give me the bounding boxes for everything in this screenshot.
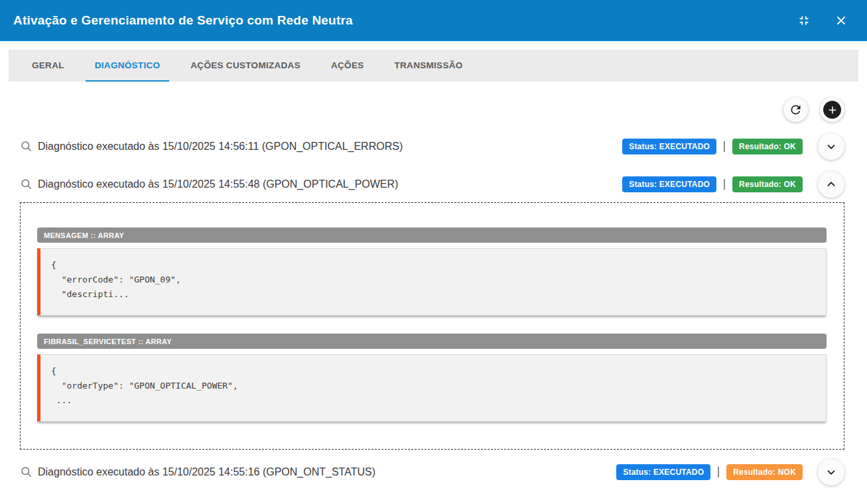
chevron-down-icon xyxy=(824,465,838,479)
tab-geral[interactable]: GERAL xyxy=(23,50,74,82)
tab-acoes[interactable]: AÇÕES xyxy=(322,50,373,82)
tab-transmissao[interactable]: TRANSMISSÃO xyxy=(385,50,472,82)
collapse-button[interactable] xyxy=(818,171,844,198)
refresh-icon xyxy=(789,103,803,117)
result-badge: Resultado: OK xyxy=(732,176,803,192)
result-badge: Resultado: OK xyxy=(732,139,803,155)
status-badge: Status: EXECUTADO xyxy=(616,464,710,480)
expand-button[interactable] xyxy=(818,459,844,485)
close-button[interactable] xyxy=(833,12,850,29)
diagnostic-label: Diagnóstico executado às 15/10/2025 14:5… xyxy=(38,141,403,153)
panel-actions xyxy=(20,97,844,122)
search-icon xyxy=(20,178,33,191)
detail-section: MENSAGEM :: ARRAY { "errorCode": "GPON_0… xyxy=(37,227,827,316)
code-block: { "errorCode": "GPON_09", "descripti... xyxy=(37,248,827,316)
diagnostic-detail-panel: MENSAGEM :: ARRAY { "errorCode": "GPON_0… xyxy=(20,202,844,450)
dialog-header: Ativação e Gerenciamento de Serviço com … xyxy=(0,0,867,41)
tab-bar: GERAL DIAGNÓSTICO AÇÕES CUSTOMIZADAS AÇÕ… xyxy=(9,50,858,82)
tab-acoes-customizadas[interactable]: AÇÕES CUSTOMIZADAS xyxy=(181,50,310,82)
diagnostics-panel: Diagnóstico executado às 15/10/2025 14:5… xyxy=(0,97,867,485)
add-diagnostic-button[interactable] xyxy=(820,97,844,122)
diagnostic-row: Diagnóstico executado às 15/10/2025 14:5… xyxy=(20,171,844,198)
diagnostic-row: Diagnóstico executado às 15/10/2025 14:5… xyxy=(20,459,844,485)
compress-window-button[interactable] xyxy=(795,12,813,29)
dialog-title: Ativação e Gerenciamento de Serviço com … xyxy=(13,13,795,28)
search-icon xyxy=(20,466,33,479)
badge-separator xyxy=(718,467,719,477)
status-badge: Status: EXECUTADO xyxy=(622,176,716,192)
section-header: MENSAGEM :: ARRAY xyxy=(37,227,827,243)
plus-icon xyxy=(823,101,841,119)
detail-section: FIBRASIL_SERVICETEST :: ARRAY { "orderTy… xyxy=(37,334,827,422)
close-icon xyxy=(834,14,848,27)
search-icon xyxy=(20,140,33,153)
compress-icon xyxy=(797,13,811,28)
diagnostic-label: Diagnóstico executado às 15/10/2025 14:5… xyxy=(38,466,375,478)
tab-diagnostico[interactable]: DIAGNÓSTICO xyxy=(86,50,170,82)
badge-separator xyxy=(724,179,725,190)
chevron-up-icon xyxy=(824,177,838,192)
titlebar-actions xyxy=(795,12,850,29)
code-block: { "orderType": "GPON_OPTICAL_POWER", ... xyxy=(37,354,827,422)
diagnostic-row: Diagnóstico executado às 15/10/2025 14:5… xyxy=(20,133,844,160)
refresh-button[interactable] xyxy=(783,97,808,122)
expand-button[interactable] xyxy=(818,133,844,160)
chevron-down-icon xyxy=(824,139,838,154)
status-badge: Status: EXECUTADO xyxy=(622,139,716,155)
badge-separator xyxy=(724,141,725,152)
result-badge: Resultado: NOK xyxy=(726,464,803,480)
diagnostic-label: Diagnóstico executado às 15/10/2025 14:5… xyxy=(38,178,398,190)
section-header: FIBRASIL_SERVICETEST :: ARRAY xyxy=(37,334,827,349)
